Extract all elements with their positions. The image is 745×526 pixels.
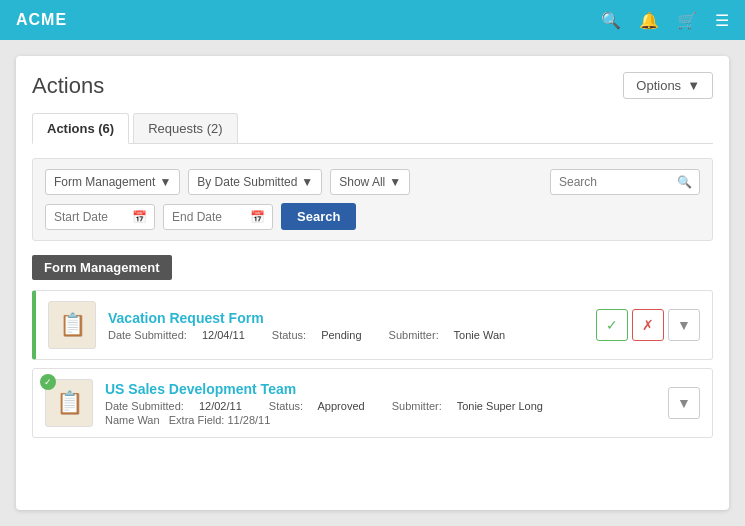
date-submitted-label: Date Submitted: 12/02/11 — [105, 400, 254, 412]
item-icon: 📋 — [48, 301, 96, 349]
filter-row-bottom: 📅 📅 Search — [45, 203, 700, 230]
item-content: Vacation Request Form Date Submitted: 12… — [108, 310, 596, 341]
calendar-icon: 📅 — [132, 210, 147, 224]
item-title[interactable]: US Sales Development Team — [105, 381, 668, 397]
page-header: Actions Options ▼ — [32, 72, 713, 99]
tab-actions[interactable]: Actions (6) — [32, 113, 129, 144]
show-filter[interactable]: Show All ▼ — [330, 169, 410, 195]
cart-icon[interactable]: 🛒 — [677, 11, 697, 30]
date-submitted-label: Date Submitted: 12/04/11 — [108, 329, 257, 341]
item-title[interactable]: Vacation Request Form — [108, 310, 596, 326]
search-box: 🔍 — [550, 169, 700, 195]
submitter-info: Submitter: Tonie Wan — [389, 329, 518, 341]
clipboard-icon: 📋 — [59, 312, 86, 338]
sort-filter[interactable]: By Date Submitted ▼ — [188, 169, 322, 195]
approve-button[interactable]: ✓ — [596, 309, 628, 341]
nav-icons: 🔍 🔔 🛒 ☰ — [601, 11, 729, 30]
search-icon: 🔍 — [677, 175, 692, 189]
item-actions: ✓ ✗ ▼ — [596, 309, 700, 341]
main-content: Actions Options ▼ Actions (6) Requests (… — [16, 56, 729, 510]
options-button[interactable]: Options ▼ — [623, 72, 713, 99]
search-icon[interactable]: 🔍 — [601, 11, 621, 30]
logo: ACME — [16, 11, 67, 29]
search-button[interactable]: Search — [281, 203, 356, 230]
top-navigation: ACME 🔍 🔔 🛒 ☰ — [0, 0, 745, 40]
clipboard-icon: 📋 — [56, 390, 83, 416]
item-meta-extra: Name Wan Extra Field: 11/28/11 — [105, 414, 668, 426]
item-actions: ▼ — [668, 387, 700, 419]
status-badge: Status: Pending — [272, 329, 374, 341]
chevron-down-icon: ▼ — [389, 175, 401, 189]
bell-icon[interactable]: 🔔 — [639, 11, 659, 30]
item-content: US Sales Development Team Date Submitted… — [105, 381, 668, 426]
dropdown-button[interactable]: ▼ — [668, 387, 700, 419]
approved-badge: ✓ — [40, 374, 56, 390]
list-item: 📋 Vacation Request Form Date Submitted: … — [32, 290, 713, 360]
calendar-icon: 📅 — [250, 210, 265, 224]
item-meta: Date Submitted: 12/02/11 Status: Approve… — [105, 400, 668, 412]
dropdown-button[interactable]: ▼ — [668, 309, 700, 341]
chevron-down-icon: ▼ — [159, 175, 171, 189]
category-filter[interactable]: Form Management ▼ — [45, 169, 180, 195]
chevron-down-icon: ▼ — [301, 175, 313, 189]
status-badge: Status: Approved — [269, 400, 377, 412]
menu-icon[interactable]: ☰ — [715, 11, 729, 30]
end-date-wrap: 📅 — [163, 204, 273, 230]
page-title: Actions — [32, 73, 104, 99]
list-item: ✓ 📋 US Sales Development Team Date Submi… — [32, 368, 713, 438]
chevron-down-icon: ▼ — [687, 78, 700, 93]
submitter-info: Submitter: Tonie Super Long — [392, 400, 555, 412]
tab-requests[interactable]: Requests (2) — [133, 113, 237, 143]
item-meta: Date Submitted: 12/04/11 Status: Pending… — [108, 329, 596, 341]
tabs-bar: Actions (6) Requests (2) — [32, 113, 713, 144]
filter-row-top: Form Management ▼ By Date Submitted ▼ Sh… — [45, 169, 700, 195]
options-label: Options — [636, 78, 681, 93]
item-icon: ✓ 📋 — [45, 379, 93, 427]
section-heading: Form Management — [32, 255, 713, 290]
start-date-wrap: 📅 — [45, 204, 155, 230]
reject-button[interactable]: ✗ — [632, 309, 664, 341]
filter-bar: Form Management ▼ By Date Submitted ▼ Sh… — [32, 158, 713, 241]
